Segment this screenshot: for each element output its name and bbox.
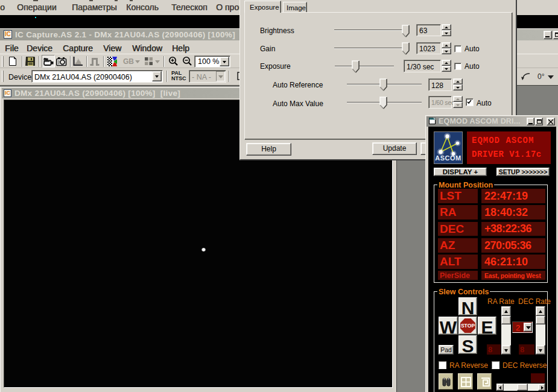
svg-text:STOP: STOP xyxy=(461,323,475,329)
